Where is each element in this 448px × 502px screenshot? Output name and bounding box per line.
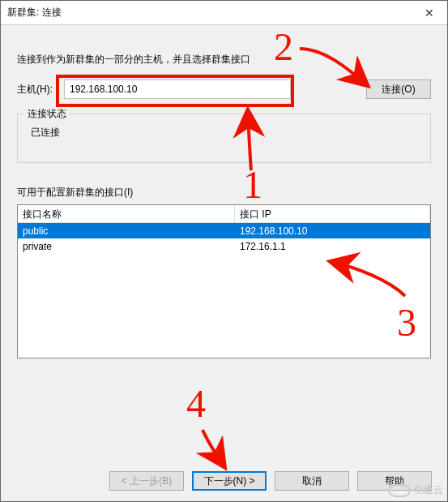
close-icon: ✕ — [425, 6, 434, 19]
grid-body: public 192.168.100.10 private 172.16.1.1 — [18, 223, 430, 254]
column-header-ip[interactable]: 接口 IP — [235, 205, 430, 222]
grid-header: 接口名称 接口 IP — [18, 205, 430, 223]
interfaces-grid[interactable]: 接口名称 接口 IP public 192.168.100.10 private… — [17, 204, 431, 358]
connect-button[interactable]: 连接(O) — [366, 79, 431, 99]
connection-status-legend: 连接状态 — [24, 107, 70, 121]
connection-status-text: 已连接 — [28, 122, 420, 139]
cancel-button[interactable]: 取消 — [275, 471, 349, 491]
cell-name: public — [18, 225, 235, 238]
watermark: 亿速云 — [388, 483, 443, 497]
cell-name: private — [18, 240, 235, 253]
dialog-window: 新群集: 连接 ✕ 连接到作为新群集的一部分的主机，并且选择群集接口 主机(H)… — [0, 0, 448, 502]
window-title: 新群集: 连接 — [1, 6, 62, 19]
content: 连接到作为新群集的一部分的主机，并且选择群集接口 主机(H): 连接(O) 连接… — [1, 25, 447, 358]
cloud-icon — [388, 484, 411, 497]
host-input[interactable] — [64, 79, 291, 99]
cell-ip: 192.168.100.10 — [235, 225, 430, 238]
column-header-name[interactable]: 接口名称 — [18, 205, 235, 222]
close-button[interactable]: ✕ — [411, 1, 447, 25]
host-row: 主机(H): 连接(O) — [17, 79, 431, 99]
back-button: < 上一步(B) — [109, 471, 184, 491]
instruction-text: 连接到作为新群集的一部分的主机，并且选择群集接口 — [17, 53, 431, 67]
table-row[interactable]: public 192.168.100.10 — [18, 223, 430, 238]
connection-status-group: 连接状态 已连接 — [17, 114, 431, 163]
titlebar: 新群集: 连接 ✕ — [1, 1, 447, 25]
interfaces-label: 可用于配置新群集的接口(I) — [17, 186, 431, 200]
watermark-text: 亿速云 — [414, 483, 443, 497]
next-button[interactable]: 下一步(N) > — [192, 471, 267, 491]
host-label: 主机(H): — [17, 83, 59, 97]
cell-ip: 172.16.1.1 — [235, 240, 430, 253]
table-row[interactable]: private 172.16.1.1 — [18, 238, 430, 254]
button-bar: < 上一步(B) 下一步(N) > 取消 帮助 — [0, 471, 448, 491]
